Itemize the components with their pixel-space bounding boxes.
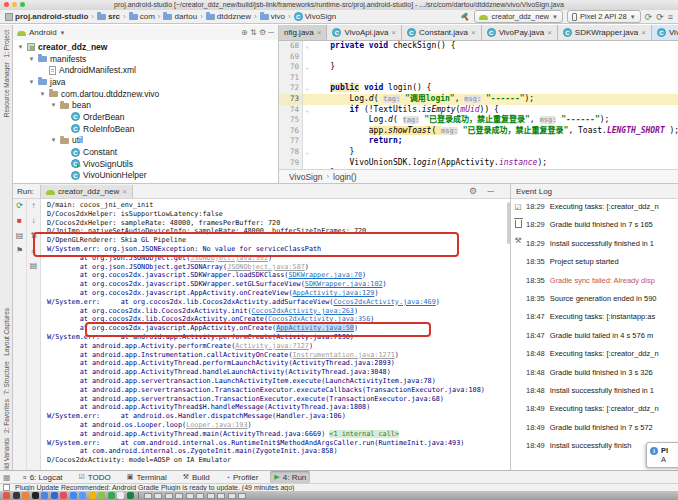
breadcrumb-item[interactable]: dtddznew xyxy=(206,12,251,21)
dock-app-icon[interactable] xyxy=(51,492,58,499)
breadcrumb-item[interactable]: com xyxy=(129,12,155,21)
event-log-entry[interactable]: 18:47Executing tasks: [:instantapp:as xyxy=(526,309,678,327)
toolwindow-stripe-7: Structure[interactable]: 7: Structure xyxy=(3,361,10,395)
event-log-entry[interactable]: 18:35Source generation ended in 590 xyxy=(526,291,678,309)
stacktrace-link[interactable]: AppActivity.java:129 xyxy=(293,289,375,297)
stacktrace-link[interactable]: Instrumentation.java:1271 xyxy=(293,351,395,359)
event-log-entry[interactable]: 18:35Gradle sync failed: Already disp xyxy=(526,273,678,291)
breadcrumb-item[interactable]: dartou xyxy=(163,12,197,21)
expand-arrow-icon[interactable]: ▼ xyxy=(28,56,35,62)
dock-window-thumbnail[interactable] xyxy=(228,493,236,499)
status-message[interactable]: Plugin Update Recommended: Android Gradl… xyxy=(15,484,294,491)
expand-arrow-icon[interactable]: ▼ xyxy=(50,137,57,143)
breadcrumb-item[interactable]: CVivoSign xyxy=(294,12,336,21)
toolwindow-button-6: Logcat[interactable]: ≡6: Logcat xyxy=(19,471,67,483)
tree-item-Constant[interactable]: CConstant xyxy=(13,146,278,158)
notification-popup[interactable]: i Pl A xyxy=(646,442,678,468)
dock-app-icon[interactable] xyxy=(22,492,29,499)
close-tab-icon[interactable]: × xyxy=(641,28,646,37)
sync-project-icon[interactable]: ⟳ xyxy=(656,12,664,22)
chevron-down-icon[interactable]: ▼ xyxy=(60,30,66,36)
tree-item-OrderBean[interactable]: COrderBean xyxy=(13,111,278,123)
event-log-entry[interactable]: 18:47Gradle build failed in 4 s 576 m xyxy=(526,328,678,346)
breadcrumb-item[interactable]: src xyxy=(97,12,120,21)
attach-debugger-icon[interactable]: ≡ xyxy=(668,12,673,22)
event-log-entry[interactable]: 18:48Gradle build finished in 3 s 326 xyxy=(526,365,678,383)
dock-app-icon[interactable] xyxy=(117,492,124,499)
restore-layout-icon[interactable]: ▤ xyxy=(16,232,24,240)
toolwindow-stripe-Resource Manager[interactable]: Resource Manager xyxy=(3,62,10,117)
run-header-icon[interactable]: ─ xyxy=(488,186,494,196)
editor-tab-SDKWrapper.java[interactable]: CSDKWrapper.java× xyxy=(558,25,652,40)
dock-app-icon[interactable] xyxy=(108,492,115,499)
project-header-icon[interactable]: ─ xyxy=(268,28,274,37)
fold-marker-icon[interactable]: ⌄ xyxy=(303,62,311,73)
stacktrace-link[interactable]: JSONObject.java:587 xyxy=(227,263,305,271)
dock-window-thumbnail[interactable] xyxy=(175,493,183,499)
dock-window-thumbnail[interactable] xyxy=(217,493,225,499)
breadcrumb-method[interactable]: login() xyxy=(333,172,357,182)
dock-app-icon[interactable] xyxy=(41,492,48,499)
dock-app-icon[interactable] xyxy=(60,492,67,499)
dock-app-icon[interactable] xyxy=(32,492,39,499)
dock-window-thumbnail[interactable] xyxy=(154,493,162,499)
close-tab-icon[interactable]: × xyxy=(471,28,476,37)
event-log-entry[interactable]: 18:29Executing tasks: [:creator_ddz_n xyxy=(526,199,678,217)
toolwindow-stripe-1: Project[interactable]: 1: Project xyxy=(3,30,10,57)
close-tab-icon[interactable]: × xyxy=(391,28,396,37)
event-log-entry[interactable]: 18:48Install successfully finished in 1 xyxy=(526,383,678,401)
close-run-tab-icon[interactable]: × xyxy=(122,187,127,196)
zoom-window-button[interactable] xyxy=(20,2,25,7)
stacktrace-link[interactable]: SDKWrapper.java:70 xyxy=(288,271,362,279)
toolwindow-button-TODO[interactable]: ☑TODO xyxy=(75,471,115,483)
expand-arrow-icon[interactable]: ▼ xyxy=(50,102,57,108)
toolwindow-button-Terminal[interactable]: ▣Terminal xyxy=(123,471,171,483)
expand-collapse-icon[interactable]: ± xyxy=(31,247,35,255)
internal-calls-chip[interactable]: <1 internal call> xyxy=(329,430,399,438)
clear-all-icon[interactable] xyxy=(515,220,522,228)
dock-window-thumbnail[interactable] xyxy=(144,493,152,499)
event-log-entry[interactable]: 18:29Gradle build finished in 7 s 165 xyxy=(526,217,678,235)
close-tab-icon[interactable]: × xyxy=(317,28,322,37)
dock-window-thumbnail[interactable] xyxy=(196,493,204,499)
fold-marker-icon[interactable]: ⌄ xyxy=(303,83,311,94)
close-window-button[interactable] xyxy=(4,2,9,7)
run-header-icon[interactable]: ⚙ xyxy=(469,186,480,196)
project-view-mode[interactable]: Android xyxy=(29,28,57,37)
expand-arrow-icon[interactable]: ▼ xyxy=(39,91,46,97)
tree-item-creator_ddz_new[interactable]: ▼creator_ddz_new xyxy=(13,41,278,53)
tree-item-RoleInfoBean[interactable]: CRoleInfoBean xyxy=(13,123,278,135)
toolwindow-button-Profiler[interactable]: ◔Profiler xyxy=(222,471,263,483)
rerun-icon[interactable]: ⟳ xyxy=(16,202,23,210)
print-icon[interactable]: ▤ xyxy=(30,262,38,270)
logcat-console[interactable]: D/main: cocos_jni_env_initD/Cocos2dxHelp… xyxy=(42,199,507,470)
dock-app-icon[interactable] xyxy=(79,492,86,499)
wrench-icon[interactable]: ⚒ xyxy=(514,236,521,245)
dock-window-thumbnail[interactable] xyxy=(165,493,173,499)
stacktrace-link[interactable]: Cocos2dxActivity.java:469 xyxy=(333,298,435,306)
event-log-entry[interactable]: 18:48Executing tasks: [:creator_ddz_n xyxy=(526,346,678,364)
fold-marker-icon[interactable]: ⌄ xyxy=(303,41,311,52)
dock-app-icon[interactable] xyxy=(89,492,96,499)
dock-app-icon[interactable] xyxy=(127,492,134,499)
prev-occurrence-icon[interactable]: ↑ xyxy=(32,202,36,210)
settings-checkbox-icon[interactable]: ☑ xyxy=(514,203,521,212)
tree-item-AndroidManifest.xml[interactable]: AndroidManifest.xml xyxy=(13,64,278,76)
editor-tab-VivoPay.java[interactable]: CVivoPay.java× xyxy=(482,25,558,40)
close-tab-icon[interactable]: × xyxy=(547,28,552,37)
tree-item-com.dartou.dtddznew.vivo[interactable]: ▼com.dartou.dtddznew.vivo xyxy=(13,88,278,100)
editor-tab-Constant.java[interactable]: CConstant.java× xyxy=(402,25,482,40)
run-tab[interactable]: creator_ddz_new × xyxy=(40,185,133,198)
event-log-entry[interactable]: 18:49Executing tasks: [:creator_ddz_n xyxy=(526,401,678,419)
code-editor[interactable]: 68⌄ private void checkSign() {6970⌄ }717… xyxy=(279,41,678,169)
tree-item-VivoUnionHelper[interactable]: CVivoUnionHelper xyxy=(13,170,278,182)
dock-window-thumbnail[interactable] xyxy=(186,493,194,499)
stop-icon[interactable]: ■ xyxy=(17,217,22,225)
editor-tab-nfig.java[interactable]: nfig.java× xyxy=(279,25,327,40)
tree-item-java[interactable]: ▼java xyxy=(13,76,278,88)
tree-item-manifests[interactable]: ▼manifests xyxy=(13,53,278,65)
pin-icon[interactable]: ⚑ xyxy=(16,247,23,255)
run-icon[interactable]: ⟳ xyxy=(645,12,653,22)
stacktrace-link[interactable]: Cocos2dxActivity.java:263 xyxy=(252,307,354,315)
event-log-entry[interactable]: 18:49Gradle build finished in 7 s 572 xyxy=(526,420,678,438)
